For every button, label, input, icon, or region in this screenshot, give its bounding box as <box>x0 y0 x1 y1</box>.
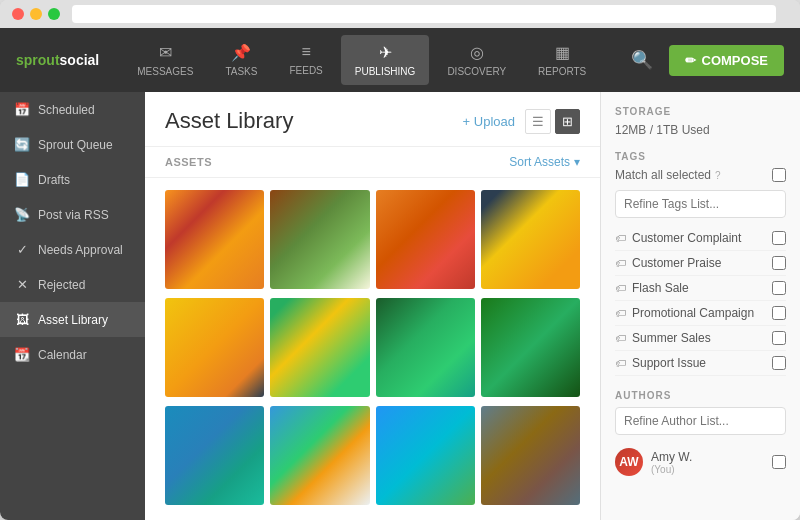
authors-section: AUTHORS AW Amy W. (You) <box>615 390 786 481</box>
sidebar-label-calendar: Calendar <box>38 348 87 362</box>
sidebar-label-sprout-queue: Sprout Queue <box>38 138 113 152</box>
grid-item-bike[interactable] <box>165 298 264 397</box>
sidebar-item-needs-approval[interactable]: ✓ Needs Approval <box>0 232 145 267</box>
refine-tags-input[interactable] <box>615 190 786 218</box>
match-all-row: Match all selected ? <box>615 168 786 182</box>
tag-name-promotional-campaign: Promotional Campaign <box>632 306 754 320</box>
tag-name-customer-complaint: Customer Complaint <box>632 231 741 245</box>
app-window: sproutsocial ✉ MESSAGES 📌 TASKS ≡ FEEDS … <box>0 0 800 520</box>
minimize-button[interactable] <box>30 8 42 20</box>
top-nav: sproutsocial ✉ MESSAGES 📌 TASKS ≡ FEEDS … <box>0 28 800 92</box>
tag-icon: 🏷 <box>615 307 626 319</box>
tag-item-customer-praise: 🏷 Customer Praise <box>615 251 786 276</box>
tag-checkbox-customer-complaint[interactable] <box>772 231 786 245</box>
nav-item-feeds[interactable]: ≡ FEEDS <box>275 35 336 85</box>
sidebar-item-calendar[interactable]: 📆 Calendar <box>0 337 145 372</box>
logo: sproutsocial <box>16 52 99 68</box>
compose-label: COMPOSE <box>702 53 768 68</box>
sidebar-item-post-via-rss[interactable]: 📡 Post via RSS <box>0 197 145 232</box>
nav-item-reports[interactable]: ▦ REPORTS <box>524 35 600 85</box>
rejected-icon: ✕ <box>14 277 30 292</box>
grid-item-pumpkin[interactable] <box>376 190 475 289</box>
sidebar-item-sprout-queue[interactable]: 🔄 Sprout Queue <box>0 127 145 162</box>
right-panel: STORAGE 12MB / 1TB Used TAGS Match all s… <box>600 92 800 520</box>
sidebar-item-asset-library[interactable]: 🖼 Asset Library <box>0 302 145 337</box>
assets-bar: ASSETS Sort Assets ▾ <box>145 147 600 178</box>
grid-item-yellow-flower[interactable] <box>270 298 369 397</box>
nav-label-publishing: PUBLISHING <box>355 66 416 77</box>
grid-item-ocean[interactable] <box>165 406 264 505</box>
author-checkbox-amy[interactable] <box>772 455 786 469</box>
app: sproutsocial ✉ MESSAGES 📌 TASKS ≡ FEEDS … <box>0 28 800 520</box>
tag-name-support-issue: Support Issue <box>632 356 706 370</box>
address-bar[interactable] <box>72 5 776 23</box>
tag-icon: 🏷 <box>615 357 626 369</box>
tag-icon: 🏷 <box>615 257 626 269</box>
nav-item-discovery[interactable]: ◎ DISCOVERY <box>433 35 520 85</box>
nav-item-tasks[interactable]: 📌 TASKS <box>211 35 271 85</box>
view-toggle: ☰ ⊞ <box>525 109 580 134</box>
sidebar-label-asset-library: Asset Library <box>38 313 108 327</box>
assets-label: ASSETS <box>165 156 212 168</box>
page-title: Asset Library <box>165 108 293 134</box>
tag-checkbox-customer-praise[interactable] <box>772 256 786 270</box>
logo-sprout: sprout <box>16 52 60 68</box>
sidebar-label-post-via-rss: Post via RSS <box>38 208 109 222</box>
nav-actions: 🔍 ✏ COMPOSE <box>623 45 784 76</box>
reports-icon: ▦ <box>555 43 570 62</box>
author-avatar-amy: AW <box>615 448 643 476</box>
compose-icon: ✏ <box>685 53 696 68</box>
refine-author-input[interactable] <box>615 407 786 435</box>
sprout-queue-icon: 🔄 <box>14 137 30 152</box>
grid-item-beach[interactable] <box>270 406 369 505</box>
upload-button[interactable]: + Upload <box>463 114 515 129</box>
titlebar <box>0 0 800 28</box>
sidebar-item-drafts[interactable]: 📄 Drafts <box>0 162 145 197</box>
sidebar: 📅 Scheduled 🔄 Sprout Queue 📄 Drafts 📡 Po… <box>0 92 145 520</box>
grid-item-sunset[interactable] <box>165 190 264 289</box>
nav-item-messages[interactable]: ✉ MESSAGES <box>123 35 207 85</box>
sort-assets-button[interactable]: Sort Assets ▾ <box>509 155 580 169</box>
drafts-icon: 📄 <box>14 172 30 187</box>
sidebar-item-scheduled[interactable]: 📅 Scheduled <box>0 92 145 127</box>
tag-checkbox-flash-sale[interactable] <box>772 281 786 295</box>
close-button[interactable] <box>12 8 24 20</box>
grid-item-green2[interactable] <box>481 298 580 397</box>
tag-checkbox-support-issue[interactable] <box>772 356 786 370</box>
messages-icon: ✉ <box>159 43 172 62</box>
grid-item-rock[interactable] <box>481 406 580 505</box>
match-all-label: Match all selected ? <box>615 168 721 182</box>
grid-view-button[interactable]: ⊞ <box>555 109 580 134</box>
tag-item-flash-sale: 🏷 Flash Sale <box>615 276 786 301</box>
tag-checkbox-promotional-campaign[interactable] <box>772 306 786 320</box>
storage-section: STORAGE 12MB / 1TB Used <box>615 106 786 137</box>
logo-social: social <box>60 52 100 68</box>
grid-item-water[interactable] <box>376 406 475 505</box>
maximize-button[interactable] <box>48 8 60 20</box>
search-button[interactable]: 🔍 <box>623 45 661 75</box>
sort-chevron-icon: ▾ <box>574 155 580 169</box>
list-view-button[interactable]: ☰ <box>525 109 551 134</box>
nav-label-feeds: FEEDS <box>289 65 322 76</box>
traffic-lights <box>12 8 60 20</box>
author-you-label: (You) <box>651 464 692 475</box>
sidebar-label-needs-approval: Needs Approval <box>38 243 123 257</box>
compose-button[interactable]: ✏ COMPOSE <box>669 45 784 76</box>
tag-checkbox-summer-sales[interactable] <box>772 331 786 345</box>
help-icon: ? <box>715 170 721 181</box>
author-name-amy: Amy W. <box>651 450 692 464</box>
nav-item-publishing[interactable]: ✈ PUBLISHING <box>341 35 430 85</box>
grid-item-cactus[interactable] <box>270 190 369 289</box>
nav-label-discovery: DISCOVERY <box>447 66 506 77</box>
match-all-checkbox[interactable] <box>772 168 786 182</box>
nav-label-tasks: TASKS <box>225 66 257 77</box>
sidebar-item-rejected[interactable]: ✕ Rejected <box>0 267 145 302</box>
tag-name-flash-sale: Flash Sale <box>632 281 689 295</box>
tag-icon: 🏷 <box>615 232 626 244</box>
content-area: 📅 Scheduled 🔄 Sprout Queue 📄 Drafts 📡 Po… <box>0 92 800 520</box>
grid-item-green-leaf[interactable] <box>376 298 475 397</box>
grid-item-tulips[interactable] <box>481 190 580 289</box>
tag-item-customer-complaint: 🏷 Customer Complaint <box>615 226 786 251</box>
tag-name-summer-sales: Summer Sales <box>632 331 711 345</box>
calendar-icon: 📆 <box>14 347 30 362</box>
